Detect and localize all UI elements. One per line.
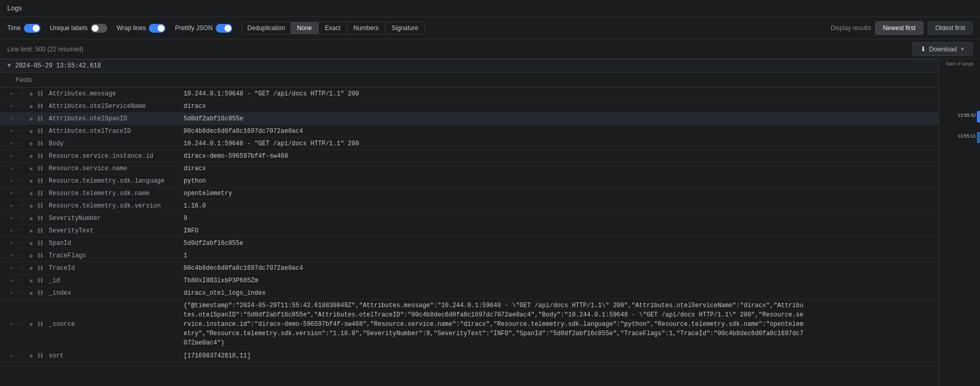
zoom-in-icon[interactable]: +	[7, 189, 16, 198]
oldest-first-button[interactable]: Oldest first	[928, 21, 973, 35]
eye-icon[interactable]: ◉	[27, 320, 35, 328]
bar-chart-icon[interactable]: ▌▌	[37, 277, 45, 285]
zoom-in-icon[interactable]: +	[7, 239, 16, 247]
eye-icon[interactable]: ◉	[27, 289, 35, 297]
log-entry-header[interactable]: ▼ 2024-05-29 13:55:42.618	[0, 59, 939, 72]
field-value: INFO	[184, 227, 199, 235]
eye-icon[interactable]: ◉	[27, 189, 35, 198]
eye-icon[interactable]: ◉	[27, 239, 35, 247]
zoom-out-icon[interactable]: −	[17, 202, 25, 210]
eye-icon[interactable]: ◉	[27, 164, 35, 173]
zoom-in-icon[interactable]: +	[7, 90, 16, 98]
zoom-out-icon[interactable]: −	[17, 189, 25, 198]
bar-chart-icon[interactable]: ▌▌	[37, 152, 45, 160]
dedup-none-button[interactable]: None	[291, 22, 319, 34]
zoom-out-icon[interactable]: −	[17, 177, 25, 185]
field-value: 9	[184, 215, 187, 222]
zoom-in-icon[interactable]: +	[7, 214, 16, 223]
zoom-out-icon[interactable]: −	[17, 239, 25, 247]
zoom-in-icon[interactable]: +	[7, 352, 16, 360]
zoom-out-icon[interactable]: −	[17, 214, 25, 223]
bar-chart-icon[interactable]: ▌▌	[37, 227, 45, 235]
bar-chart-icon[interactable]: ▌▌	[37, 127, 45, 135]
eye-icon[interactable]: ◉	[27, 252, 35, 260]
bar-chart-icon[interactable]: ▌▌	[37, 320, 45, 328]
zoom-in-icon[interactable]: +	[7, 227, 16, 235]
eye-icon[interactable]: ◉	[27, 202, 35, 210]
chevron-down-icon: ▼	[7, 62, 11, 70]
eye-icon[interactable]: ◉	[27, 90, 35, 98]
start-of-range-label: Start of range	[939, 59, 980, 70]
eye-icon[interactable]: ◉	[27, 177, 35, 185]
bar-chart-icon[interactable]: ▌▌	[37, 202, 45, 210]
zoom-in-icon[interactable]: +	[7, 127, 16, 135]
zoom-out-icon[interactable]: −	[17, 115, 25, 123]
dedup-signature-button[interactable]: Signature	[385, 22, 424, 34]
zoom-out-icon[interactable]: −	[17, 102, 25, 111]
dedup-exact-button[interactable]: Exact	[319, 22, 347, 34]
zoom-in-icon[interactable]: +	[7, 252, 16, 260]
zoom-in-icon[interactable]: +	[7, 202, 16, 210]
zoom-out-icon[interactable]: −	[17, 252, 25, 260]
eye-icon[interactable]: ◉	[27, 277, 35, 285]
eye-icon[interactable]: ◉	[27, 352, 35, 360]
zoom-out-icon[interactable]: −	[17, 264, 25, 272]
zoom-in-icon[interactable]: +	[7, 115, 16, 123]
prettify-json-toggle-group: Prettify JSON	[175, 24, 232, 33]
zoom-in-icon[interactable]: +	[7, 140, 16, 148]
bar-chart-icon[interactable]: ▌▌	[37, 214, 45, 223]
newest-first-button[interactable]: Newest first	[875, 21, 923, 35]
eye-icon[interactable]: ◉	[27, 140, 35, 148]
time-toggle-group: Time	[7, 24, 40, 33]
bar-chart-icon[interactable]: ▌▌	[37, 352, 45, 360]
bar-chart-icon[interactable]: ▌▌	[37, 90, 45, 98]
field-row: +−◉▌▌TraceId00c4b8dec6d0fa8c1697dc7072ae…	[0, 262, 939, 274]
bar-chart-icon[interactable]: ▌▌	[37, 189, 45, 198]
zoom-out-icon[interactable]: −	[17, 320, 25, 328]
zoom-in-icon[interactable]: +	[7, 320, 16, 328]
bar-chart-icon[interactable]: ▌▌	[37, 164, 45, 173]
eye-icon[interactable]: ◉	[27, 127, 35, 135]
zoom-out-icon[interactable]: −	[17, 277, 25, 285]
fields-container: +−◉▌▌Attributes.message10.244.0.1:59648 …	[0, 88, 939, 362]
field-row: +−◉▌▌Attributes.otelSpanID5d0df2abf16c05…	[0, 113, 939, 125]
mini-timeline: Start of range 13:55:42 13:55:11	[939, 59, 980, 386]
zoom-out-icon[interactable]: −	[17, 227, 25, 235]
prettify-json-toggle[interactable]	[216, 24, 232, 33]
zoom-out-icon[interactable]: −	[17, 90, 25, 98]
zoom-out-icon[interactable]: −	[17, 352, 25, 360]
eye-icon[interactable]: ◉	[27, 214, 35, 223]
zoom-in-icon[interactable]: +	[7, 164, 16, 173]
zoom-in-icon[interactable]: +	[7, 277, 16, 285]
zoom-in-icon[interactable]: +	[7, 152, 16, 160]
zoom-in-icon[interactable]: +	[7, 102, 16, 111]
zoom-out-icon[interactable]: −	[17, 127, 25, 135]
bar-chart-icon[interactable]: ▌▌	[37, 264, 45, 272]
download-button[interactable]: ⬇ Download ▼	[913, 42, 973, 56]
bar-chart-icon[interactable]: ▌▌	[37, 177, 45, 185]
time-toggle[interactable]	[24, 24, 40, 33]
bar-chart-icon[interactable]: ▌▌	[37, 252, 45, 260]
eye-icon[interactable]: ◉	[27, 115, 35, 123]
eye-icon[interactable]: ◉	[27, 152, 35, 160]
zoom-in-icon[interactable]: +	[7, 177, 16, 185]
zoom-out-icon[interactable]: −	[17, 152, 25, 160]
zoom-in-icon[interactable]: +	[7, 289, 16, 297]
zoom-out-icon[interactable]: −	[17, 289, 25, 297]
bar-chart-icon[interactable]: ▌▌	[37, 102, 45, 111]
wrap-lines-toggle[interactable]	[149, 24, 165, 33]
dedup-numbers-button[interactable]: Numbers	[347, 22, 386, 34]
unique-labels-toggle[interactable]	[91, 24, 107, 33]
eye-icon[interactable]: ◉	[27, 102, 35, 111]
bar-chart-icon[interactable]: ▌▌	[37, 140, 45, 148]
bar-chart-icon[interactable]: ▌▌	[37, 239, 45, 247]
bar-chart-icon[interactable]: ▌▌	[37, 289, 45, 297]
zoom-in-icon[interactable]: +	[7, 264, 16, 272]
download-chevron-icon: ▼	[960, 46, 965, 52]
zoom-out-icon[interactable]: −	[17, 140, 25, 148]
eye-icon[interactable]: ◉	[27, 227, 35, 235]
field-value: {"@timestamp":"2024-05-29T11:55:42.61883…	[184, 301, 806, 348]
eye-icon[interactable]: ◉	[27, 264, 35, 272]
zoom-out-icon[interactable]: −	[17, 164, 25, 173]
bar-chart-icon[interactable]: ▌▌	[37, 115, 45, 123]
